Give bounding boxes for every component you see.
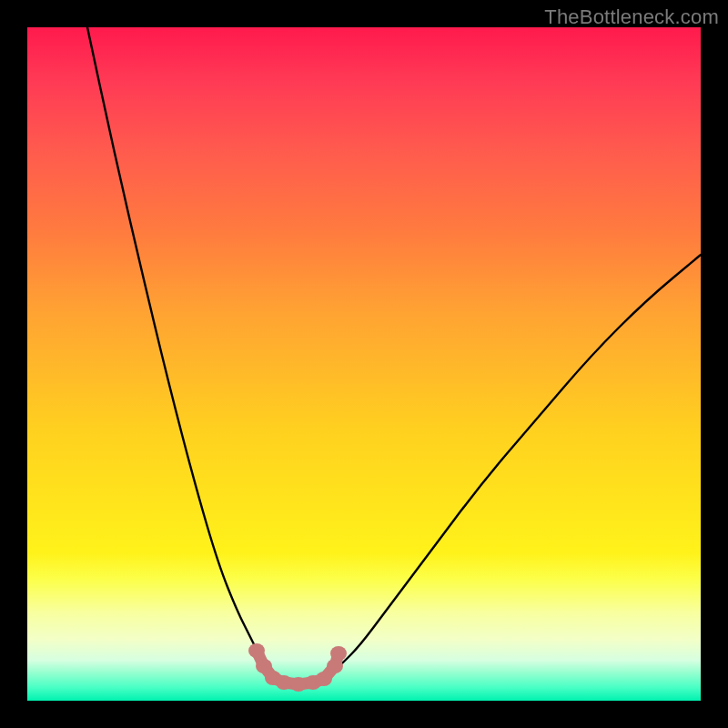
chart-stage: TheBottleneck.com [0,0,728,728]
curve-left [87,27,271,675]
curve-svg [27,27,701,701]
trough-marker-dot [330,646,347,661]
trough-marker-dot [276,675,292,690]
trough-markers [248,643,347,692]
trough-marker-dot [327,659,343,673]
trough-marker-dot [248,643,265,658]
trough-marker-dot [256,659,272,673]
plot-area [27,27,701,701]
trough-marker-dot [316,672,332,686]
curve-right [329,255,701,675]
trough-marker-dot [290,677,307,692]
watermark-text: TheBottleneck.com [544,5,719,29]
